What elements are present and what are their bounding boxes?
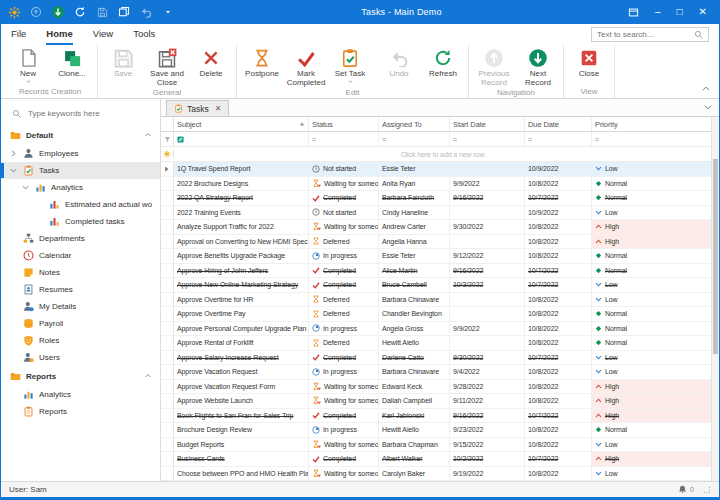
table-row[interactable]: 1Q Travel Spend Report Not started Essie… [161, 162, 711, 177]
sidebar-item-completed-tasks[interactable]: Completed tasks [1, 213, 160, 230]
cell-status[interactable]: Waiting for someone else [309, 438, 379, 452]
cell-assigned-to[interactable]: Barbara Chapman [379, 438, 450, 452]
undo-button[interactable]: Undo [377, 46, 421, 78]
new-item-row[interactable]: Click here to add a new row [161, 147, 711, 162]
cell-start-date[interactable]: 9/9/2022 [450, 322, 525, 336]
close-button[interactable]: Close [567, 46, 611, 78]
cell-priority[interactable]: Normal [592, 249, 711, 263]
next-record-icon[interactable] [51, 5, 65, 19]
next-record-button[interactable]: Next Record [516, 46, 560, 87]
cell-subject[interactable]: Book Flights to San Fran for Sales Trip [174, 409, 309, 423]
tree-down-icon[interactable] [9, 167, 17, 174]
new-button[interactable]: New [6, 46, 50, 84]
search-input[interactable] [597, 30, 690, 39]
table-row[interactable]: 2022 QA Strategy Report Completed Barbar… [161, 191, 711, 206]
cell-status[interactable]: Completed [309, 409, 379, 423]
cell-start-date[interactable]: 9/16/2022 [450, 191, 525, 205]
column-header-priority[interactable]: Priority [592, 117, 711, 131]
cell-priority[interactable]: Normal [592, 423, 711, 437]
cell-due-date[interactable]: 10/8/2022 [525, 177, 592, 191]
cell-subject[interactable]: Business Cards [174, 452, 309, 466]
refresh-button[interactable]: Refresh [421, 46, 465, 78]
sidebar-item-analytics[interactable]: Analytics [1, 386, 160, 403]
cell-subject[interactable]: Approve Personal Computer Upgrade Plan [174, 322, 309, 336]
sidebar-item-resumes[interactable]: Resumes [1, 281, 160, 298]
cell-priority[interactable]: Low [592, 293, 711, 307]
sidebar-search[interactable] [1, 101, 160, 125]
table-row[interactable]: Business Cards Completed Albert Walker 1… [161, 452, 711, 467]
sidebar-section-reports[interactable]: Reports [1, 366, 160, 386]
cell-assigned-to[interactable]: Chandler Bevington [379, 307, 450, 321]
cell-status[interactable]: Deferred [309, 235, 379, 249]
cell-start-date[interactable]: 9/9/2022 [450, 177, 525, 191]
cell-start-date[interactable] [450, 307, 525, 321]
cell-start-date[interactable] [450, 162, 525, 176]
filter-cell-subject[interactable] [174, 132, 309, 146]
sidebar-item-users[interactable]: Users [1, 349, 160, 366]
cell-start-date[interactable]: 9/30/2022 [450, 351, 525, 365]
cell-priority[interactable]: Low [592, 438, 711, 452]
table-row[interactable]: Approve Vacation Request Form Waiting fo… [161, 380, 711, 395]
cell-subject[interactable]: 2022 Brochure Designs [174, 177, 309, 191]
cell-subject[interactable]: Approve Salary Increase Request [174, 351, 309, 365]
cell-priority[interactable]: High [592, 220, 711, 234]
cell-subject[interactable]: Approve Website Launch [174, 394, 309, 408]
column-header-due-date[interactable]: Due Date [525, 117, 592, 131]
tree-right-icon[interactable] [9, 150, 17, 157]
previous-record-button[interactable]: Previous Record [472, 46, 516, 87]
qat-menu-icon[interactable] [161, 5, 175, 19]
table-row[interactable]: Approve Benefits Upgrade Package In prog… [161, 249, 711, 264]
table-row[interactable]: Approve Rental of Forklift Deferred Hewi… [161, 336, 711, 351]
column-header-subject[interactable]: Subject [174, 117, 309, 131]
ribbon-search-box[interactable] [591, 27, 709, 42]
cell-assigned-to[interactable]: Darlene Catto [379, 351, 450, 365]
cell-priority[interactable]: High [592, 380, 711, 394]
cell-assigned-to[interactable]: Barbara Chinavare [379, 365, 450, 379]
cell-subject[interactable]: Brochure Design Review [174, 423, 309, 437]
sidebar-item-estimated-and-actual-work-comparison[interactable]: Estimated and actual work comparison [1, 196, 160, 213]
cell-priority[interactable]: Normal [592, 322, 711, 336]
cell-status[interactable]: Completed [309, 351, 379, 365]
cell-due-date[interactable]: 10/8/2022 [525, 380, 592, 394]
cell-due-date[interactable]: 10/8/2022 [525, 438, 592, 452]
cell-due-date[interactable]: 10/8/2022 [525, 423, 592, 437]
table-row[interactable]: Approve Overtime for HR Deferred Barbara… [161, 293, 711, 308]
column-header-assigned-to[interactable]: Assigned To [379, 117, 450, 131]
sidebar-item-departments[interactable]: Departments [1, 230, 160, 247]
cell-assigned-to[interactable]: Andrew Carter [379, 220, 450, 234]
cell-assigned-to[interactable]: Cindy Haneline [379, 206, 450, 220]
cell-due-date[interactable]: 10/8/2022 [525, 307, 592, 321]
table-row[interactable]: Approve Website Launch Waiting for someo… [161, 394, 711, 409]
maximize-button[interactable]: □ [677, 7, 683, 17]
chevron-up-icon[interactable] [144, 131, 152, 139]
cell-assigned-to[interactable]: Karl Jablonski [379, 409, 450, 423]
save-icon[interactable] [95, 5, 109, 19]
resize-grip-icon[interactable] [703, 486, 711, 494]
cell-assigned-to[interactable]: Anita Ryan [379, 177, 450, 191]
cell-assigned-to[interactable]: Hewitt Aiello [379, 336, 450, 350]
table-row[interactable]: Approve Personal Computer Upgrade Plan I… [161, 322, 711, 337]
save-and-close-button[interactable]: Save and Close [145, 46, 189, 87]
cell-priority[interactable]: Normal [592, 336, 711, 350]
collapse-ribbon-icon[interactable] [701, 84, 711, 94]
cell-due-date[interactable]: 10/7/2022 [525, 452, 592, 466]
sidebar-item-payroll[interactable]: Payroll [1, 315, 160, 332]
sidebar-item-my-details[interactable]: My Details [1, 298, 160, 315]
cell-subject[interactable]: 1Q Travel Spend Report [174, 162, 309, 176]
cell-status[interactable]: In progress [309, 365, 379, 379]
cell-assigned-to[interactable]: Hewitt Aiello [379, 423, 450, 437]
cell-status[interactable]: Waiting for someone else [309, 380, 379, 394]
cell-due-date[interactable]: 10/8/2022 [525, 220, 592, 234]
ribbon-tab-file[interactable]: File [11, 24, 26, 45]
cell-status[interactable]: Completed [309, 191, 379, 205]
cell-priority[interactable]: Normal [592, 177, 711, 191]
cell-subject[interactable]: Approve Vacation Request Form [174, 380, 309, 394]
cell-due-date[interactable]: 10/7/2022 [525, 409, 592, 423]
tab-tasks[interactable]: Tasks ✕ [166, 100, 229, 116]
cell-status[interactable]: In progress [309, 322, 379, 336]
cell-start-date[interactable]: 9/16/2022 [450, 264, 525, 278]
set-task-button[interactable]: Set Task [328, 46, 372, 84]
cell-start-date[interactable]: 9/12/2022 [450, 249, 525, 263]
column-header-status[interactable]: Status [309, 117, 379, 131]
cell-status[interactable]: Not started [309, 206, 379, 220]
